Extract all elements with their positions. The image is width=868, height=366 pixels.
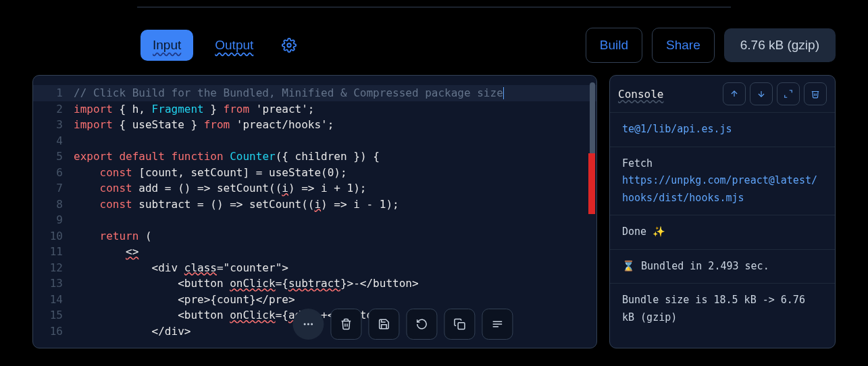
save-button[interactable]	[368, 309, 399, 340]
copy-button[interactable]	[444, 309, 475, 340]
console-entry: te@1/lib/api.es.js	[610, 112, 835, 147]
scroll-down-button[interactable]	[750, 82, 773, 105]
bundle-size-badge: 6.76 kB (gzip)	[724, 28, 836, 62]
svg-point-2	[307, 323, 309, 325]
arrow-down-icon	[757, 89, 766, 99]
clear-button[interactable]	[330, 309, 361, 340]
expand-icon	[784, 89, 793, 99]
wrap-button[interactable]	[482, 309, 513, 340]
toolbar: Input Output Build Share 6.76 kB (gzip)	[141, 28, 836, 63]
reset-button[interactable]	[406, 309, 437, 340]
copy-icon	[453, 318, 465, 330]
line-gutter: 1 2 3 4 5 6 7 8 9 10 11 12 13 14 15 16	[33, 76, 70, 348]
tab-input[interactable]: Input	[141, 30, 193, 61]
wrap-icon	[491, 318, 503, 330]
svg-point-0	[288, 43, 292, 47]
svg-point-1	[304, 323, 306, 325]
console-entry: Bundle size is 18.5 kB -> 6.76 kB (gzip)	[610, 283, 835, 334]
console-body: te@1/lib/api.es.js Fetch https://unpkg.c…	[610, 112, 835, 348]
settings-button[interactable]	[275, 31, 303, 59]
expand-button[interactable]	[777, 82, 800, 105]
build-button[interactable]: Build	[586, 28, 642, 63]
share-button[interactable]: Share	[652, 28, 715, 63]
clear-console-button[interactable]	[804, 82, 827, 105]
console-panel: Console te@1/lib/api.es.js	[609, 75, 836, 348]
scroll-up-button[interactable]	[723, 82, 746, 105]
code-editor[interactable]: 1 2 3 4 5 6 7 8 9 10 11 12 13 14 15 16	[32, 75, 597, 348]
svg-rect-4	[458, 323, 465, 330]
console-link[interactable]: te@1/lib/api.es.js	[622, 123, 732, 135]
gear-icon	[282, 38, 297, 53]
editor-floating-toolbar	[292, 309, 513, 340]
tab-output[interactable]: Output	[203, 30, 265, 61]
more-button[interactable]	[292, 309, 324, 340]
dots-icon	[302, 318, 314, 330]
console-entry: ⌛ Bundled in 2.493 sec.	[610, 249, 835, 284]
text-cursor	[503, 87, 504, 99]
console-entry: Done ✨	[610, 215, 835, 249]
svg-point-3	[311, 323, 313, 325]
code-area[interactable]: // Click Build for the Bundled, Minified…	[70, 76, 596, 348]
save-icon	[378, 318, 390, 330]
console-entry: Fetch https://unpkg.com/preact@latest/ho…	[610, 147, 835, 215]
trash-icon	[811, 89, 820, 99]
refresh-icon	[415, 318, 428, 330]
arrow-up-icon	[730, 89, 739, 99]
top-input-outline	[137, 7, 731, 7]
editor-scrollbar[interactable]	[590, 82, 595, 341]
trash-icon	[340, 318, 352, 330]
console-title: Console	[618, 88, 719, 101]
error-marker[interactable]	[588, 153, 595, 214]
console-link[interactable]: https://unpkg.com/preact@latest/hooks/di…	[622, 174, 817, 204]
